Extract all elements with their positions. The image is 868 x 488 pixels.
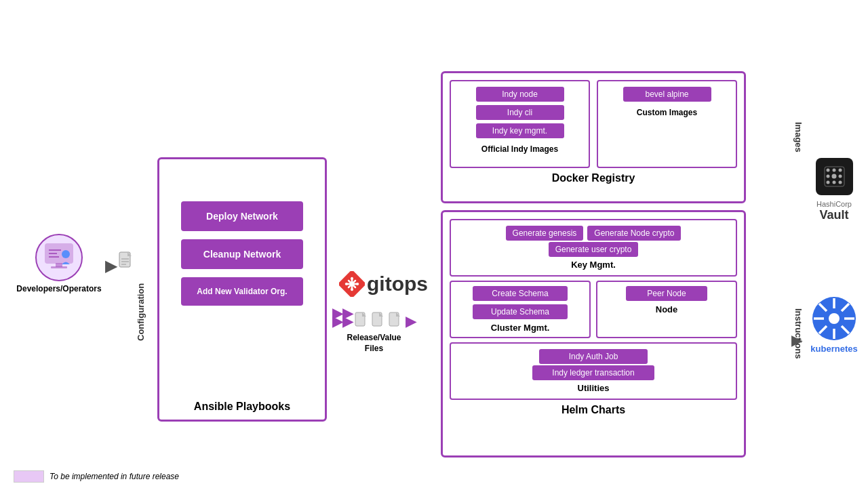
svg-point-13 xyxy=(351,277,353,280)
create-schema-btn: Create Schema xyxy=(473,286,568,301)
arrow-dev-to-config: ▶ xyxy=(105,258,117,275)
cluster-mgmt-label: Cluster Mgmt. xyxy=(491,323,550,333)
official-indy-images: Indy node Indy cli Indy key mgmt. Offici… xyxy=(450,80,590,168)
dev-operators-section: Developers/Operators xyxy=(15,234,103,293)
legend-text: To be implemented in future release xyxy=(50,472,179,481)
bevel-alpine-btn: bevel alpine xyxy=(623,87,711,102)
cleanup-network-button[interactable]: Cleanup Network xyxy=(181,239,303,269)
node-label: Node xyxy=(656,304,678,314)
arrow-files-to-helm: ▶ xyxy=(406,313,416,329)
key-mgmt-label: Key Mgmt. xyxy=(456,260,730,270)
ansible-title: Ansible Playbooks xyxy=(159,401,325,413)
svg-point-28 xyxy=(826,181,829,184)
svg-point-22 xyxy=(826,169,829,172)
docker-registry-box: Indy node Indy cli Indy key mgmt. Offici… xyxy=(441,71,746,203)
svg-point-12 xyxy=(350,282,354,286)
svg-point-3 xyxy=(62,250,70,258)
cluster-node-row: Create Schema Update Schema Cluster Mgmt… xyxy=(450,281,737,338)
peer-node-btn: Peer Node xyxy=(626,286,707,301)
svg-point-15 xyxy=(345,283,348,285)
vault-label: Vault xyxy=(819,208,848,222)
svg-point-32 xyxy=(829,313,840,324)
docker-registry-title: Docker Registry xyxy=(450,172,737,184)
release-files-section: ▶▶ ▶ Release/ValueFiles xyxy=(332,312,416,354)
arrow-to-files: ▶▶ xyxy=(332,313,353,329)
node-section: Peer Node Node xyxy=(596,281,737,338)
utilities-section: Indy Auth Job Indy ledger transaction Ut… xyxy=(450,342,737,400)
legend: To be implemented in future release xyxy=(14,470,179,483)
indy-cli-btn: Indy cli xyxy=(476,105,564,120)
svg-point-24 xyxy=(838,169,842,172)
svg-point-30 xyxy=(838,181,842,184)
k8s-section: kubernetes xyxy=(804,295,865,354)
generate-user-crypto-btn: Generate user crypto xyxy=(549,242,639,257)
custom-images-label: Custom Images xyxy=(637,108,697,117)
add-validator-button[interactable]: Add New Validator Org. xyxy=(181,277,303,306)
vault-section: HashiCorp Vault xyxy=(807,155,861,222)
legend-color-box xyxy=(14,470,44,483)
official-indy-label: Official Indy Images xyxy=(481,144,558,154)
indy-keymgmt-btn: Indy key mgmt. xyxy=(476,123,564,138)
indy-ledger-btn: Indy ledger transaction xyxy=(532,365,654,380)
svg-point-29 xyxy=(832,181,835,184)
helm-charts-box: Generate genesis Generate Node crypto Ge… xyxy=(441,210,746,458)
generate-genesis-btn: Generate genesis xyxy=(506,226,584,241)
arrow-to-k8s: ▶ xyxy=(791,332,802,348)
svg-point-26 xyxy=(831,174,836,179)
images-label: Images xyxy=(793,71,804,203)
svg-point-23 xyxy=(832,169,835,172)
svg-rect-2 xyxy=(51,266,67,268)
configuration-label: Configuration xyxy=(136,210,146,413)
file-icon-config xyxy=(118,251,134,273)
k8s-label: kubernetes xyxy=(810,344,857,354)
svg-point-16 xyxy=(356,283,359,285)
svg-point-27 xyxy=(838,175,842,178)
indy-node-btn: Indy node xyxy=(476,87,564,102)
helm-charts-title: Helm Charts xyxy=(450,404,737,416)
gitops-label: gitops xyxy=(367,272,428,296)
key-mgmt-section: Generate genesis Generate Node crypto Ge… xyxy=(450,219,737,277)
svg-point-25 xyxy=(826,175,829,178)
update-schema-btn: Update Schema xyxy=(473,304,568,319)
utilities-label: Utilities xyxy=(456,383,730,393)
indy-auth-job-btn: Indy Auth Job xyxy=(539,349,648,364)
generate-node-crypto-btn: Generate Node crypto xyxy=(587,226,681,241)
ansible-playbooks-box: Deploy Network Cleanup Network Add New V… xyxy=(157,157,327,422)
dev-icon xyxy=(35,234,83,281)
deploy-network-button[interactable]: Deploy Network xyxy=(181,201,303,231)
release-files-label: Release/ValueFiles xyxy=(347,333,401,354)
cluster-mgmt-section: Create Schema Update Schema Cluster Mgmt… xyxy=(450,281,591,338)
dev-label: Developers/Operators xyxy=(16,284,101,293)
gitops-section: gitops xyxy=(339,271,428,297)
custom-images: bevel alpine Custom Images xyxy=(597,80,737,168)
svg-point-14 xyxy=(351,288,353,291)
